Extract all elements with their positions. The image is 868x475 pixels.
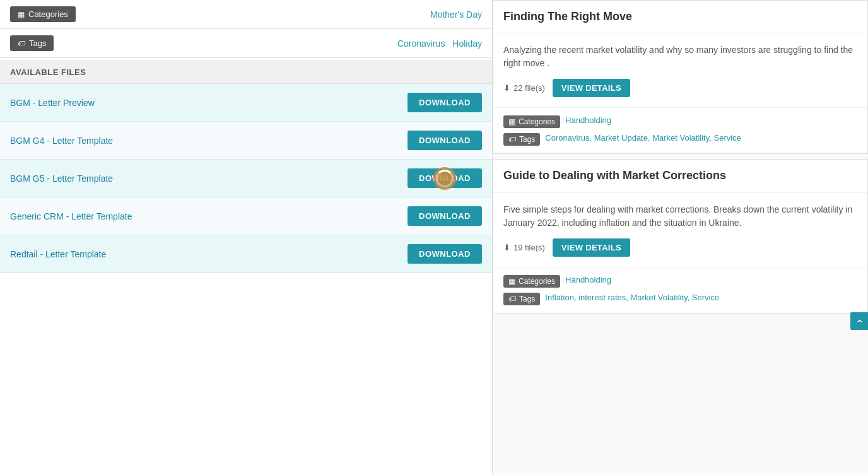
tags-label: Tags (519, 295, 535, 303)
tags-links: Coronavirus Holiday (392, 38, 482, 49)
download-button-5[interactable]: DOWNLOAD (408, 244, 482, 264)
files-count: ⬇ 22 file(s) (503, 83, 545, 93)
tags-badge: 🏷 Tags (503, 133, 540, 146)
card-title-section: Guide to Dealing with Market Corrections (493, 160, 867, 192)
file-name: Generic CRM - Letter Template (10, 211, 132, 221)
right-panel: Finding The Right Move Analyzing the rec… (492, 0, 868, 475)
download-btn-wrapper-1: DOWNLOAD (408, 93, 482, 112)
grid-icon: ▦ (18, 10, 25, 19)
spinner-ring (436, 170, 454, 187)
download-button-4[interactable]: DOWNLOAD (408, 206, 482, 226)
categories-badge: ▦ Categories (10, 6, 76, 22)
grid-icon: ▦ (508, 117, 515, 126)
categories-links: Handholding (565, 115, 611, 125)
download-btn-wrapper-5: DOWNLOAD (408, 244, 482, 264)
tag-inflation[interactable]: Inflation, (545, 293, 576, 302)
categories-badge: ▦ Categories (503, 275, 560, 288)
tag-service-1[interactable]: Service (714, 133, 741, 143)
card-description: Analyzing the recent market volatility a… (503, 44, 857, 70)
file-row: BGM G4 - Letter Template DOWNLOAD (0, 122, 492, 160)
card-meta: ▦ Categories Handholding 🏷 Tags Inflatio… (493, 267, 867, 313)
tag-icon: 🏷 (508, 295, 516, 303)
card-body: Five simple steps for dealing with marke… (493, 193, 867, 267)
files-count: ⬇ 19 file(s) (503, 243, 545, 252)
tag-coronavirus-1[interactable]: Coronavirus, (545, 133, 592, 143)
files-list: BGM - Letter Preview DOWNLOAD BGM G4 - L… (0, 84, 492, 273)
scroll-to-top-button[interactable]: › (850, 312, 868, 330)
tag-icon: 🏷 (18, 39, 25, 48)
tag-interest-rates[interactable]: interest rates, (578, 293, 628, 302)
file-row: Generic CRM - Letter Template DOWNLOAD (0, 197, 492, 235)
categories-links: Handholding (565, 275, 611, 284)
tags-badge: 🏷 Tags (10, 35, 54, 51)
download-btn-wrapper-2: DOWNLOAD (408, 131, 482, 150)
card-categories-row: ▦ Categories Handholding (503, 115, 857, 128)
card-tags-row: 🏷 Tags Inflation, interest rates, Market… (503, 293, 857, 305)
card-categories-row: ▦ Categories Handholding (503, 275, 857, 288)
grid-icon: ▦ (508, 277, 515, 286)
tags-row: 🏷 Tags Coronavirus Holiday (0, 29, 492, 58)
download-button-1[interactable]: DOWNLOAD (408, 93, 482, 112)
tag-market-volatility-2[interactable]: Market Volatility, (631, 293, 690, 302)
left-panel: ▦ Categories Mother's Day 🏷 Tags Coronav… (0, 0, 492, 475)
view-details-button-2[interactable]: VIEW DETAILS (553, 238, 630, 257)
files-count-label: 22 file(s) (513, 83, 545, 93)
card-body: Analyzing the recent market volatility a… (493, 33, 867, 108)
category-handholding-2[interactable]: Handholding (565, 275, 611, 284)
category-handholding-1[interactable]: Handholding (565, 115, 611, 125)
card-title: Guide to Dealing with Market Corrections (503, 168, 857, 183)
available-files-header: AVAILABLE FILES (0, 61, 492, 84)
tag-icon: 🏷 (508, 135, 516, 144)
download-icon: ⬇ (503, 83, 510, 93)
categories-label: Categories (519, 117, 555, 126)
download-btn-wrapper-3: DOWNLOAD (408, 168, 482, 188)
tags-badge: 🏷 Tags (503, 293, 540, 305)
tag-coronavirus[interactable]: Coronavirus (397, 38, 445, 49)
file-name: BGM G5 - Letter Template (10, 173, 113, 184)
download-button-2[interactable]: DOWNLOAD (408, 131, 482, 150)
download-icon: ⬇ (503, 243, 510, 252)
tags-links: Coronavirus, Market Update, Market Volat… (545, 133, 741, 143)
category-mothers-day[interactable]: Mother's Day (430, 9, 482, 20)
categories-label: Categories (28, 9, 68, 19)
tag-holiday[interactable]: Holiday (452, 38, 482, 49)
tag-market-volatility-1[interactable]: Market Volatility, (652, 133, 712, 143)
card-title-section: Finding The Right Move (493, 1, 867, 33)
chevron-up-icon: › (853, 319, 865, 322)
file-row: BGM G5 - Letter Template DOWNLOAD (0, 160, 492, 197)
tags-links: Inflation, interest rates, Market Volati… (545, 293, 719, 302)
tag-service-2[interactable]: Service (692, 293, 719, 302)
file-name: BGM - Letter Preview (10, 98, 95, 108)
card-tags-row: 🏷 Tags Coronavirus, Market Update, Marke… (503, 133, 857, 146)
categories-badge: ▦ Categories (503, 115, 560, 128)
file-name: BGM G4 - Letter Template (10, 136, 113, 146)
card-guide-market-corrections: Guide to Dealing with Market Corrections… (493, 159, 868, 313)
card-files-info: ⬇ 22 file(s) VIEW DETAILS (503, 79, 857, 97)
file-row: BGM - Letter Preview DOWNLOAD (0, 84, 492, 122)
file-name: Redtail - Letter Template (10, 249, 106, 259)
card-meta: ▦ Categories Handholding 🏷 Tags Coronavi… (493, 108, 867, 153)
card-finding-right-move: Finding The Right Move Analyzing the rec… (493, 0, 868, 154)
loading-spinner (433, 167, 456, 190)
categories-links: Mother's Day (425, 9, 482, 20)
card-title: Finding The Right Move (503, 9, 857, 24)
tags-label: Tags (29, 38, 46, 48)
file-row: Redtail - Letter Template DOWNLOAD (0, 235, 492, 273)
download-btn-wrapper-4: DOWNLOAD (408, 206, 482, 226)
tag-market-update[interactable]: Market Update, (594, 133, 650, 143)
card-description: Five simple steps for dealing with marke… (503, 203, 857, 230)
categories-row: ▦ Categories Mother's Day (0, 0, 492, 29)
files-count-label: 19 file(s) (513, 243, 545, 252)
categories-label: Categories (519, 277, 555, 286)
tags-label: Tags (519, 135, 535, 144)
view-details-button-1[interactable]: VIEW DETAILS (553, 79, 630, 97)
card-files-info: ⬇ 19 file(s) VIEW DETAILS (503, 238, 857, 257)
